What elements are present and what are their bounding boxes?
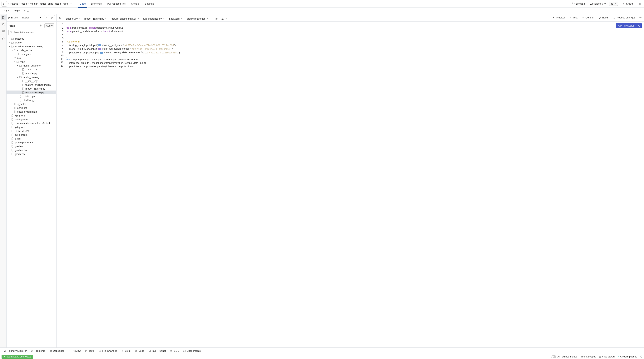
bottom-experiments[interactable]: Experiments (181, 348, 202, 353)
tree-folder[interactable]: ▾main (6, 60, 56, 64)
more-icon[interactable]: ⋯ (53, 91, 55, 94)
bottom-preview[interactable]: Preview (66, 348, 83, 353)
tree-folder[interactable]: ▾transforms-model-training (6, 44, 56, 48)
propose-button[interactable]: Propose changes (610, 15, 637, 20)
rail-search[interactable] (1, 22, 6, 27)
tree-file[interactable]: ci.yml (6, 137, 56, 140)
pencil-icon[interactable]: ✎ (141, 51, 143, 54)
tab-pulls[interactable]: Pull requests 0 (104, 0, 128, 8)
search-input[interactable] (8, 30, 54, 35)
tab-branches[interactable]: Branches (88, 0, 104, 8)
tree-file[interactable]: build.gradle (6, 133, 56, 137)
bottom-build[interactable]: Build (120, 348, 132, 353)
bottom-tests[interactable]: Tests (83, 348, 96, 353)
tree-file[interactable]: adapter.py (6, 71, 56, 75)
tree-file[interactable]: README.md (6, 129, 56, 133)
more-button[interactable]: ⋯ (638, 15, 643, 20)
editor-tab[interactable]: __init__.py× (210, 16, 229, 21)
tree-file[interactable]: __init__.py (6, 94, 56, 98)
editor-tab[interactable]: adapter.py× (64, 16, 82, 21)
test-button[interactable]: Test (568, 15, 580, 20)
tree-file[interactable]: gradleww (6, 152, 56, 156)
tree-file[interactable]: conda-versions.run.linux-64.lock (6, 121, 56, 125)
pencil-icon[interactable]: ✎ (130, 47, 132, 50)
bottom-sql[interactable]: SQL (168, 348, 181, 353)
workspace-status[interactable]: ✓ Workspace connected (2, 355, 33, 358)
tree-file[interactable]: model_training.py (6, 87, 56, 90)
tree-file[interactable]: feature_engineering.py (6, 83, 56, 87)
rail-files[interactable] (1, 15, 6, 20)
tree-file[interactable]: .gitignore (6, 125, 56, 129)
close-icon[interactable]: × (79, 18, 80, 20)
tree-file[interactable]: .gitignore (6, 114, 56, 118)
aip-assist-button[interactable]: Ask AIP Assist (616, 23, 642, 28)
close-icon[interactable]: × (226, 18, 227, 20)
gear-icon[interactable] (636, 23, 642, 28)
rail-git[interactable] (1, 36, 6, 41)
tree-file[interactable]: setup.cfg (6, 106, 56, 110)
commit-button[interactable]: Commit (580, 15, 596, 20)
close-icon[interactable]: × (163, 18, 164, 20)
cmd-k-shortcut[interactable]: ⌘ K (609, 2, 618, 6)
editor-tab[interactable]: gradle.properties× (184, 16, 210, 21)
rail-dataset[interactable] (1, 29, 6, 34)
editor-tab[interactable]: run_inference.py× (141, 16, 166, 21)
tree-file[interactable]: __init__.py (6, 79, 56, 83)
tab-code[interactable]: Code (77, 0, 88, 8)
editor-tab[interactable]: feature_engineering.py× (108, 16, 141, 21)
bottom-problems[interactable]: Problems (29, 348, 47, 353)
tree-file[interactable]: meta.yaml (6, 52, 56, 56)
tree-file[interactable]: gradlew (6, 144, 56, 148)
preview-button[interactable]: Preview (550, 15, 567, 20)
panel-toggle-button[interactable] (636, 2, 642, 6)
close-icon[interactable]: × (181, 18, 182, 20)
edit-branch-button[interactable] (44, 15, 49, 20)
editor-tab[interactable]: meta.yaml× (166, 16, 184, 21)
new-branch-button[interactable] (50, 15, 55, 20)
tree-folder[interactable]: ▾model_training (6, 75, 56, 79)
tree-folder[interactable]: ▸.patches (6, 37, 56, 40)
tree-file[interactable]: __init__.py (6, 68, 56, 71)
share-button[interactable]: Share (620, 2, 635, 6)
notifications-icon[interactable] (640, 355, 642, 358)
lineage-button[interactable]: Lineage (570, 2, 587, 6)
close-icon[interactable]: × (207, 18, 208, 20)
close-icon[interactable]: × (138, 18, 139, 20)
work-locally-button[interactable]: Work locally ▾ (588, 2, 608, 6)
menu-help[interactable]: Help▾ (12, 9, 22, 12)
pencil-icon[interactable]: ✎ (123, 44, 125, 47)
tree-file[interactable]: setup.py.template (6, 110, 56, 114)
files-settings-button[interactable] (38, 23, 43, 28)
tree-file[interactable]: gradlew.bat (6, 148, 56, 152)
dataset-chip[interactable]: housing_testing_data_inferences ✎ (100, 51, 143, 54)
tab-settings[interactable]: Settings (142, 0, 156, 8)
tree-file[interactable]: pipeline.py (6, 98, 56, 102)
aip-autocomplete-toggle[interactable]: AIP autocomplete (551, 355, 577, 358)
bottom-filechanges[interactable]: File Changes (97, 348, 119, 353)
bottom-taskrunner[interactable]: Task Runner (146, 348, 168, 353)
close-icon[interactable]: × (105, 18, 106, 20)
star-icon[interactable]: ☆ (70, 2, 72, 5)
home-button[interactable] (58, 15, 63, 20)
add-button[interactable]: Add▾ (44, 24, 54, 28)
tree-folder[interactable]: ▸gradle (6, 40, 56, 44)
tree-file[interactable]: build.gradle (6, 118, 56, 121)
code-editor[interactable]: 12345678910111213 from transforms.api im… (56, 22, 644, 348)
branch-select[interactable]: master ▾ (20, 16, 43, 20)
bottom-debugger[interactable]: Debugger (48, 348, 66, 353)
tree-file[interactable]: .pylintrc (6, 102, 56, 106)
bottom-docs[interactable]: Docs (133, 348, 146, 353)
tree-folder[interactable]: ▾model_adapters (6, 64, 56, 68)
app-icon[interactable] (2, 1, 7, 6)
editor-tab[interactable]: model_training.py× (82, 16, 109, 21)
tab-checks[interactable]: Checks (128, 0, 142, 8)
tree-folder[interactable]: ▾src (6, 56, 56, 60)
model-chip[interactable]: linear_regression_model ✎ (98, 47, 132, 50)
tree-folder[interactable]: ▾conda_recipe (6, 48, 56, 52)
bottom-explorer[interactable]: Foundry Explorer (2, 348, 29, 353)
project-scope[interactable]: Project scoped (580, 355, 596, 358)
menu-file[interactable]: File▾ (2, 9, 11, 12)
build-button[interactable]: Build (597, 15, 610, 20)
dataset-chip[interactable]: housing_test_data ✎ (98, 44, 125, 47)
tree-file[interactable]: gradle.properties (6, 140, 56, 144)
